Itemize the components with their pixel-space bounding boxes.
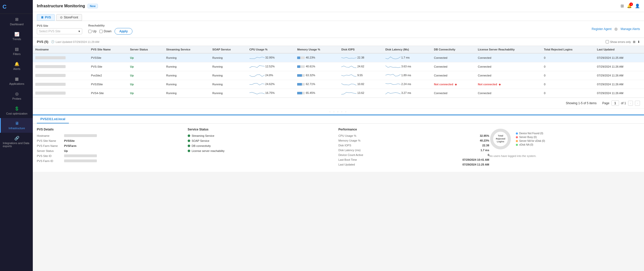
pvs-farm-val: PVSFarm — [64, 144, 76, 147]
prev-page-button[interactable]: ‹ — [628, 101, 633, 106]
col-hostname: Hostname — [33, 46, 89, 53]
legend-label-1: Server Busy (0) — [519, 136, 537, 139]
table-row[interactable]: PVS4-SiteUpRunningRunning 16.75%65.45% 1… — [33, 89, 644, 98]
table-row[interactable]: PvsSite2UpRunningRunning 24.8%63.32% 9.5… — [33, 71, 644, 80]
pvs-site-key: PVS Site Name — [37, 139, 62, 142]
sidebar-item-applications[interactable]: ▦ Applications — [0, 73, 33, 88]
filters-icon: ▤ — [15, 47, 19, 51]
sidebar-item-label: Probes — [12, 97, 21, 100]
next-page-button[interactable]: › — [635, 101, 640, 106]
export-icon[interactable]: ⬇ — [637, 40, 640, 44]
of-label: of 1 — [621, 101, 626, 105]
sidebar-item-label: Integrations and Data exports — [3, 142, 31, 148]
soap-service-row: SOAP Service — [188, 139, 339, 142]
sidebar-item-integrations[interactable]: 🔗 Integrations and Data exports — [0, 133, 33, 151]
manage-alerts-link[interactable]: Manage Alerts — [621, 27, 640, 32]
filter-bar: PVS Site Select PVS Site ▾ Reachability … — [33, 21, 644, 38]
table-row[interactable]: PVS3SiteUpRunningRunning 24.62%62.71% 10… — [33, 80, 644, 89]
perf-last-boot-row: Last Boot Time 07/29/2024 10:41 AM — [339, 158, 489, 161]
tab-bar: 🖥 PVS ⊙ StoreFront — [33, 12, 644, 21]
legend-dot-0 — [516, 132, 518, 134]
sidebar-item-trends[interactable]: 📈 Trends — [0, 29, 33, 44]
no-users-message: No users have logged into the system. — [489, 154, 536, 157]
dashboard-icon: ⊞ — [15, 17, 18, 22]
cost-icon: 💲 — [14, 106, 19, 111]
show-errors-toggle[interactable]: Show errors only — [606, 40, 631, 43]
down-option[interactable]: Down — [99, 30, 111, 33]
legend-dot-3 — [516, 144, 518, 146]
detail-tab-bar: PVS2311.xd.local — [33, 115, 644, 124]
legend-label-2: Server NA for vDisk (0) — [519, 140, 545, 142]
server-status-val: Up — [64, 149, 68, 152]
divider-dots: · · · · · — [33, 108, 644, 115]
sidebar-item-cost[interactable]: 💲 Cost optimization — [0, 103, 33, 118]
legend-item-0: Device Not Found (0) — [516, 132, 545, 135]
top-header: Infrastructure Monitoring New ⊞ 🔔 3 👤 — [33, 0, 644, 12]
down-checkbox[interactable] — [99, 30, 103, 33]
pvs-farm-id-key: PVS Farm ID — [37, 159, 62, 162]
section-actions: Show errors only ⊞ ⬇ — [606, 40, 640, 44]
notification-icon[interactable]: 🔔 3 — [627, 4, 632, 8]
columns-icon[interactable]: ⊞ — [633, 40, 635, 44]
chevron-down-icon: ▾ — [78, 30, 80, 33]
user-icon[interactable]: 👤 — [635, 4, 640, 8]
col-db-conn: DB Connectivity — [431, 46, 475, 53]
storefront-icon: ⊙ — [60, 16, 63, 19]
integrations-icon: 🔗 — [14, 136, 19, 141]
server-status-key: Server Status — [37, 149, 62, 152]
pvs-site-filter: PVS Site Select PVS Site ▾ — [37, 24, 82, 34]
sidebar-item-label: Cost optimization — [6, 112, 27, 115]
tab-pvs[interactable]: 🖥 PVS — [37, 14, 55, 21]
detail-server-status-row: Server Status Up — [37, 149, 188, 152]
detail-tab-pvs[interactable]: PVS2311.xd.local — [37, 115, 69, 123]
filter-right-links: Register Agent ⓪ Manage Alerts — [592, 27, 640, 32]
streaming-service-row: Streaming Service — [188, 134, 339, 137]
sidebar-item-label: Dashboard — [10, 23, 24, 26]
legend-item-2: Server NA for vDisk (0) — [516, 140, 545, 142]
page-input[interactable] — [611, 100, 619, 106]
sidebar-item-filters[interactable]: ▤ Filters — [0, 44, 33, 59]
pvs-site-val: PVSSite — [64, 139, 75, 142]
apply-button[interactable]: Apply — [115, 28, 132, 35]
sidebar-item-label: Infrastructure — [9, 127, 25, 130]
sidebar-item-probes[interactable]: ◎ Probes — [0, 88, 33, 103]
reachability-label: Reachability — [88, 24, 132, 27]
legend-label-3: vDisk NA (0) — [519, 143, 533, 146]
alerts-icon: 🔔 — [14, 62, 19, 66]
reachability-filter: Reachability Up Down Apply — [88, 24, 132, 35]
new-badge: New — [88, 4, 98, 8]
show-errors-checkbox[interactable] — [606, 40, 609, 43]
streaming-dot — [188, 134, 190, 137]
applications-icon: ▦ — [15, 76, 19, 81]
grid-icon[interactable]: ⊞ — [621, 4, 624, 8]
detail-pvs-site-id-row: PVS Site ID — [37, 154, 188, 157]
page-label: Page — [602, 101, 609, 105]
tab-storefront[interactable]: ⊙ StoreFront — [56, 14, 82, 21]
up-checkbox[interactable] — [88, 30, 92, 33]
col-rejected: Total Rejected Logins — [541, 46, 594, 53]
header-right: ⊞ 🔔 3 👤 — [621, 4, 640, 8]
sidebar-item-alerts[interactable]: 🔔 Alerts — [0, 59, 33, 73]
hostname-val — [64, 134, 97, 137]
svg-rect-1 — [297, 57, 300, 59]
legend-item-1: Server Busy (0) — [516, 136, 545, 139]
pvs-section-header: PVS (5) 🕐 Last Updated 07/29/2024 11:29 … — [33, 38, 644, 46]
pvs-icon: 🖥 — [41, 16, 44, 19]
svg-rect-5 — [297, 74, 302, 77]
register-agent-link[interactable]: Register Agent — [592, 27, 612, 32]
perf-memory-row: Memory Usage % 40.23% — [339, 139, 489, 142]
pvs-site-id-key: PVS Site ID — [37, 154, 62, 157]
up-option[interactable]: Up — [88, 30, 96, 33]
table-row[interactable]: PVSSiteUpRunningRunning 32.95%40.23% 22.… — [33, 53, 644, 62]
header-left: Infrastructure Monitoring New — [37, 4, 98, 8]
content-area: PVS Site Select PVS Site ▾ Reachability … — [33, 21, 644, 271]
sidebar-item-label: Applications — [9, 82, 24, 85]
col-license: License Server Reachability — [475, 46, 541, 53]
pvs-section-title: PVS (5) — [37, 40, 48, 44]
sidebar-item-infrastructure[interactable]: 🖥 Infrastructure — [0, 118, 33, 133]
license-reach-row: License server reachability — [188, 149, 339, 152]
table-row[interactable]: PVS-SiteUpRunningRunning 12.52%40.61% 24… — [33, 62, 644, 71]
pvs-site-select[interactable]: Select PVS Site ▾ — [37, 28, 82, 34]
pagination-bar: Showing 1-5 of 5 items Page of 1 ‹ › — [33, 98, 644, 108]
sidebar-item-dashboard[interactable]: ⊞ Dashboard — [0, 14, 33, 29]
